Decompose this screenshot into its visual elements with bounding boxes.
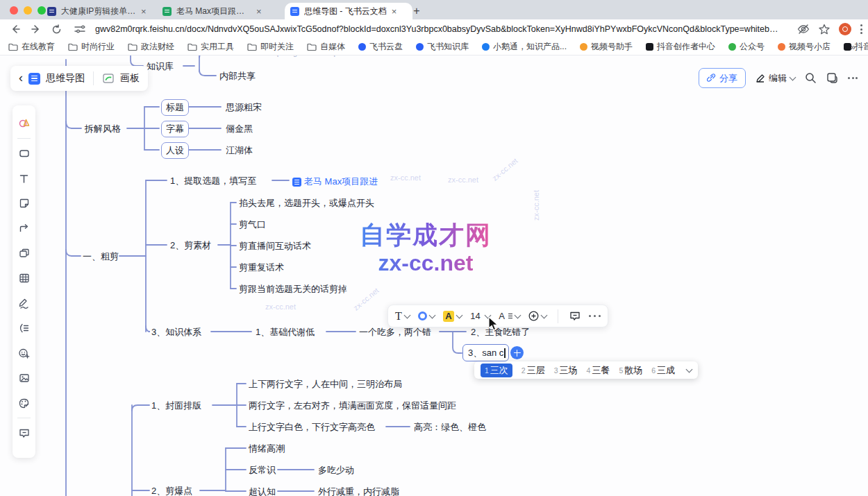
ime-candidate[interactable]: 1三次 [481, 364, 512, 377]
draw-tool[interactable] [12, 291, 35, 316]
mindmap-node[interactable]: 1、封面排版 [151, 400, 201, 411]
text-color-button[interactable]: A [443, 311, 462, 322]
reload-button[interactable] [51, 24, 62, 35]
pages-button[interactable] [826, 72, 838, 84]
theme-tool[interactable] [12, 391, 35, 416]
bookmark-link[interactable]: 小鹅通，知识产品... [482, 41, 567, 53]
doc-title[interactable]: 思维导图 [46, 72, 85, 85]
ime-candidate[interactable]: 4三餐 [587, 364, 610, 377]
share-button[interactable]: 分享 [699, 68, 746, 88]
mindmap-node[interactable]: 外行减重，内行减脂 [318, 486, 399, 496]
bookmark-link[interactable]: 抖音创作者中心 [646, 41, 715, 53]
mindmap-node[interactable]: 情绪高潮 [249, 443, 285, 454]
window-minimize-button[interactable] [24, 6, 32, 15]
eye-off-icon[interactable] [797, 24, 810, 35]
mindmap-node[interactable]: 2、剪爆点 [151, 486, 192, 496]
mindmap-node[interactable]: 拆解风格 [85, 123, 121, 134]
mindmap-tool[interactable] [12, 316, 35, 341]
frame-tool[interactable] [12, 241, 35, 266]
mindmap-node[interactable]: 剪重复话术 [239, 262, 284, 273]
bookmark-link[interactable]: 飞书云盘 [358, 41, 403, 53]
mindmap-node[interactable]: 2、主食吃错了 [471, 327, 530, 337]
ime-expand-chevron-icon[interactable] [686, 366, 693, 373]
mindmap-node[interactable]: 1、基础代谢低 [256, 327, 315, 337]
bookmark-link[interactable]: 公众号 [728, 41, 765, 53]
mindmap-node[interactable]: 超认知 [249, 486, 276, 496]
mindmap-node-boxed[interactable]: 人设 [161, 142, 189, 159]
mindmap-node[interactable]: 2、剪素材 [170, 240, 211, 250]
emoji-tool[interactable] [12, 341, 35, 366]
more-options-button[interactable] [589, 315, 601, 317]
font-family-button[interactable]: A [499, 311, 520, 321]
bookmark-folder[interactable]: 时尚行业 [68, 41, 115, 53]
new-tab-button[interactable]: + [408, 3, 425, 19]
bookmarks-overflow-button[interactable]: » [851, 42, 856, 52]
mindmap-node[interactable]: 知识库 [147, 61, 174, 71]
text-tool[interactable] [12, 166, 35, 191]
ime-candidate[interactable]: 5散场 [619, 364, 642, 377]
search-button[interactable] [805, 72, 817, 84]
edit-mode-button[interactable]: 编辑 [756, 72, 795, 85]
back-button[interactable]: ‹ [19, 71, 23, 84]
bookmark-link[interactable]: 抖音规则中心 [844, 41, 868, 53]
image-tool[interactable] [12, 366, 35, 391]
mindmap-node-editing[interactable]: 3、san c [462, 344, 509, 361]
bookmark-star-icon[interactable] [819, 24, 830, 35]
mindmap-node[interactable]: 剪跟当前选题无关的话剪掉 [239, 284, 347, 294]
ime-candidate[interactable]: 2三层 [521, 364, 545, 377]
back-nav-button[interactable] [10, 24, 21, 35]
comment-button[interactable] [569, 311, 581, 321]
mindmap-node[interactable]: 1、提取选题，填写至 [170, 176, 256, 186]
board-tab-label[interactable]: 画板 [120, 72, 140, 85]
more-actions-button[interactable] [848, 77, 858, 79]
window-close-button[interactable] [10, 6, 18, 15]
comment-tool[interactable] [12, 420, 35, 445]
mindmap-doc-link[interactable]: 老马 Max项目跟进 [292, 176, 378, 188]
bookmark-link[interactable]: 视频号小店 [778, 41, 831, 53]
bookmark-folder[interactable]: 自媒体 [307, 41, 345, 53]
bookmark-folder[interactable]: 在线教育 [8, 41, 55, 53]
mindmap-node-boxed[interactable]: 标题 [161, 99, 189, 116]
tab-close-button[interactable]: × [392, 7, 397, 16]
bookmark-folder[interactable]: 即时关注 [247, 41, 294, 53]
profile-avatar[interactable] [839, 23, 851, 35]
mindmap-node[interactable]: 多吃少动 [318, 465, 354, 475]
browser-tab-active[interactable]: 思维导图 - 飞书云文档 × [285, 3, 412, 19]
shape-style-button[interactable] [418, 311, 435, 320]
forward-nav-button[interactable] [31, 24, 42, 35]
mindmap-node[interactable]: 剪气口 [239, 219, 266, 230]
bookmark-link[interactable]: 视频号助手 [580, 41, 633, 53]
tab-close-button[interactable]: × [141, 7, 147, 16]
mindmap-node[interactable]: 上下两行文字，人在中间，三明治布局 [249, 379, 402, 389]
mindmap-node[interactable]: 江湖体 [226, 145, 253, 155]
text-style-button[interactable]: T [395, 310, 410, 323]
mindmap-node[interactable]: 一个吃多，两个错 [359, 327, 431, 337]
mindmap-node[interactable]: 内部共享 [219, 71, 256, 81]
ime-candidate[interactable]: 3三场 [554, 364, 578, 377]
shape-tool[interactable] [12, 141, 35, 166]
insert-button[interactable] [528, 311, 546, 321]
add-node-button[interactable] [510, 346, 524, 359]
mindmap-node-boxed[interactable]: 字幕 [161, 121, 189, 137]
table-tool[interactable] [12, 266, 35, 291]
site-settings-button[interactable] [74, 24, 85, 34]
mindmap-node[interactable]: 反常识 [249, 465, 276, 475]
browser-tab[interactable]: 老马 Max项目跟进 - 飞书云文... × [157, 3, 272, 19]
ime-candidate[interactable]: 6三成 [651, 364, 675, 377]
connector-tool[interactable] [12, 216, 35, 241]
bookmark-folder[interactable]: 政法财经 [128, 41, 174, 53]
sticky-note-tool[interactable] [12, 191, 35, 216]
tab-close-button[interactable]: × [256, 7, 262, 16]
bookmark-link[interactable]: 飞书知识库 [416, 41, 469, 53]
mindmap-node[interactable]: 一、粗剪 [83, 251, 119, 262]
url-field[interactable]: gwv82m0rqrk.feishu.cn/docx/NdnvdvXQ5ouSA… [95, 24, 783, 34]
bookmark-folder[interactable]: 实用工具 [187, 41, 234, 53]
shapes-library-tool[interactable] [12, 111, 35, 136]
mindmap-node[interactable]: 高亮：绿色、橙色 [414, 422, 486, 432]
mindmap-node[interactable]: 3、知识体系 [151, 327, 201, 337]
mindmap-node[interactable]: 两行文字，左右对齐，填满画面宽度，保留适量间距 [249, 400, 456, 411]
mindmap-node[interactable]: 俪金黑 [226, 123, 253, 134]
browser-menu-button[interactable] [860, 24, 862, 34]
mindmap-node[interactable]: 掐头去尾，选题开头，或爆点开头 [239, 198, 374, 208]
mindmap-node[interactable]: 上行文字白色，下行文字高亮色 [249, 422, 375, 432]
